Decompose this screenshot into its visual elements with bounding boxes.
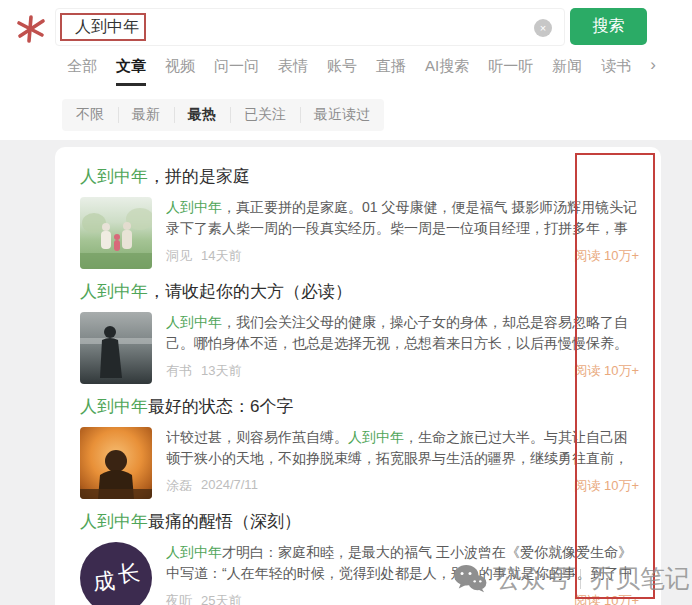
title-rest: ，请收起你的大方（必读） <box>148 282 352 301</box>
result-title[interactable]: 人到中年，拼的是家庭 <box>80 165 639 189</box>
tabs-more-chevron-icon[interactable]: › <box>650 57 656 72</box>
title-keyword-highlight: 人到中年 <box>80 282 148 301</box>
source-name: 洞见 <box>166 247 192 265</box>
result-snippet: 人到中年，我们会关注父母的健康，操心子女的身体，却总是容易忽略了自己。哪怕身体不… <box>166 312 639 354</box>
source-name: 有书 <box>166 362 192 380</box>
title-keyword-highlight: 人到中年 <box>80 167 148 186</box>
result-snippet: 人到中年才明白：家庭和睦，是最大的福气 王小波曾在《爱你就像爱生命》中写道：“人… <box>166 542 639 584</box>
read-count: 阅读 10万+ <box>574 477 639 495</box>
result-item: 人到中年，拼的是家庭 <box>80 165 639 269</box>
search-query-text: 人到中年 <box>75 17 139 38</box>
result-source: 夜听 25天前 <box>166 592 241 605</box>
result-source: 涂磊 2024/7/11 <box>166 477 258 495</box>
result-item: 人到中年，请收起你的大方（必读） 人到中年，我们会关注父母的健康，操心子女的身体… <box>80 280 639 384</box>
snippet-pre: 计较过甚，则容易作茧自缚。 <box>166 429 348 445</box>
result-meta: 有书 13天前 阅读 10万+ <box>166 362 639 380</box>
read-count: 阅读 10万+ <box>574 247 639 265</box>
title-keyword-highlight: 人到中年 <box>80 512 148 531</box>
search-button[interactable]: 搜索 <box>570 8 647 45</box>
result-source: 有书 13天前 <box>166 362 241 380</box>
read-count: 阅读 10万+ <box>574 362 639 380</box>
result-snippet: 计较过甚，则容易作茧自缚。人到中年，生命之旅已过大半。与其让自己困顿于狭小的天地… <box>166 427 639 469</box>
title-rest: ，拼的是家庭 <box>148 167 250 186</box>
result-body: 成 长 人到中年才明白：家庭和睦，是最大的福气 王小波曾在《爱你就像爱生命》中写… <box>80 542 639 605</box>
publish-date: 14天前 <box>201 247 241 265</box>
result-content: 人到中年才明白：家庭和睦，是最大的福气 王小波曾在《爱你就像爱生命》中写道：“人… <box>166 542 639 605</box>
result-snippet: 人到中年，真正要拼的是家庭。01 父母康健，便是福气 摄影师汤辉用镜头记录下了素… <box>166 197 639 239</box>
result-content: 人到中年，我们会关注父母的健康，操心子女的身体，却总是容易忽略了自己。哪怕身体不… <box>166 312 639 384</box>
tab-ai-search[interactable]: AI搜索 <box>425 57 469 83</box>
avatar-text: 长 <box>116 558 141 590</box>
result-title[interactable]: 人到中年最好的状态：6个字 <box>80 395 639 419</box>
publish-date: 25天前 <box>201 592 241 605</box>
tab-accounts[interactable]: 账号 <box>327 57 357 83</box>
sort-filter-bar: 不限 最新 最热 已关注 最近读过 <box>62 99 384 131</box>
tab-articles[interactable]: 文章 <box>116 57 146 86</box>
result-body: 计较过甚，则容易作茧自缚。人到中年，生命之旅已过大半。与其让自己困顿于狭小的天地… <box>80 427 639 499</box>
avatar-text: 成 <box>91 566 116 598</box>
category-tabs: 全部 文章 视频 问一问 表情 账号 直播 AI搜索 听一听 新闻 读书 › <box>67 57 677 86</box>
thumbnail-family-photo[interactable] <box>80 197 152 269</box>
result-body: 人到中年，我们会关注父母的健康，操心子女的身体，却总是容易忽略了自己。哪怕身体不… <box>80 312 639 384</box>
result-title[interactable]: 人到中年最痛的醒悟（深刻） <box>80 510 639 534</box>
filter-unlimited[interactable]: 不限 <box>62 99 118 131</box>
thumbnail-sunset-silhouette-photo[interactable] <box>80 427 152 499</box>
result-meta: 涂磊 2024/7/11 阅读 10万+ <box>166 477 639 495</box>
tab-all[interactable]: 全部 <box>67 57 97 83</box>
title-rest: 最痛的醒悟（深刻） <box>148 512 301 531</box>
source-name: 涂磊 <box>166 477 192 495</box>
result-meta: 洞见 14天前 阅读 10万+ <box>166 247 639 265</box>
result-body: 人到中年，真正要拼的是家庭。01 父母康健，便是福气 摄影师汤辉用镜头记录下了素… <box>80 197 639 269</box>
search-input[interactable]: 人到中年 × <box>55 8 565 46</box>
annotation-box-query: 人到中年 <box>60 13 146 41</box>
tab-video[interactable]: 视频 <box>165 57 195 83</box>
results-card: 人到中年，拼的是家庭 <box>55 147 661 605</box>
filter-newest[interactable]: 最新 <box>118 99 174 131</box>
snippet-post: ，真正要拼的是家庭。01 父母康健，便是福气 摄影师汤辉用镜头记录下了素人柴一周… <box>166 199 637 239</box>
snippet-keyword-highlight: 人到中年 <box>348 429 404 445</box>
result-content: 人到中年，真正要拼的是家庭。01 父母康健，便是福气 摄影师汤辉用镜头记录下了素… <box>166 197 639 269</box>
search-results-page: 人到中年 × 搜索 全部 文章 视频 问一问 表情 账号 直播 AI搜索 听一听… <box>0 0 692 605</box>
filter-followed[interactable]: 已关注 <box>230 99 300 131</box>
tab-books[interactable]: 读书 <box>601 57 631 83</box>
snippet-post: 才明白：家庭和睦，是最大的福气 王小波曾在《爱你就像爱生命》中写道：“人在年轻的… <box>166 544 633 584</box>
source-name: 夜听 <box>166 592 192 605</box>
publish-date: 2024/7/11 <box>201 477 258 495</box>
snippet-keyword-highlight: 人到中年 <box>166 314 222 330</box>
thumbnail-person-by-sea-photo[interactable] <box>80 312 152 384</box>
title-keyword-highlight: 人到中年 <box>80 397 148 416</box>
publish-date: 13天前 <box>201 362 241 380</box>
snippet-keyword-highlight: 人到中年 <box>166 544 222 560</box>
tab-news[interactable]: 新闻 <box>552 57 582 83</box>
thumbnail-growth-avatar[interactable]: 成 长 <box>80 542 152 605</box>
result-item: 人到中年最痛的醒悟（深刻） 成 长 人到中年才明白：家庭和睦，是最大的福气 王小… <box>80 510 639 605</box>
tab-live[interactable]: 直播 <box>376 57 406 83</box>
result-meta: 夜听 25天前 阅读 10万+ <box>166 592 639 605</box>
snippet-post: ，我们会关注父母的健康，操心子女的身体，却总是容易忽略了自己。哪怕身体不适，也总… <box>166 314 628 354</box>
snippet-keyword-highlight: 人到中年 <box>166 199 222 215</box>
tab-listen[interactable]: 听一听 <box>488 57 533 83</box>
tab-ask[interactable]: 问一问 <box>214 57 259 83</box>
tab-stickers[interactable]: 表情 <box>278 57 308 83</box>
read-count: 阅读 10万+ <box>574 592 639 605</box>
result-source: 洞见 14天前 <box>166 247 241 265</box>
brand-asterisk-logo-icon <box>15 11 47 47</box>
clear-search-icon[interactable]: × <box>534 19 552 37</box>
result-item: 人到中年最好的状态：6个字 计较过甚，则容易作茧自缚。人到中年，生命之旅已过大半… <box>80 395 639 499</box>
filter-hottest[interactable]: 最热 <box>174 99 230 131</box>
result-content: 计较过甚，则容易作茧自缚。人到中年，生命之旅已过大半。与其让自己困顿于狭小的天地… <box>166 427 639 499</box>
result-title[interactable]: 人到中年，请收起你的大方（必读） <box>80 280 639 304</box>
title-rest: 最好的状态：6个字 <box>148 397 293 416</box>
filter-recently-read[interactable]: 最近读过 <box>300 99 384 131</box>
